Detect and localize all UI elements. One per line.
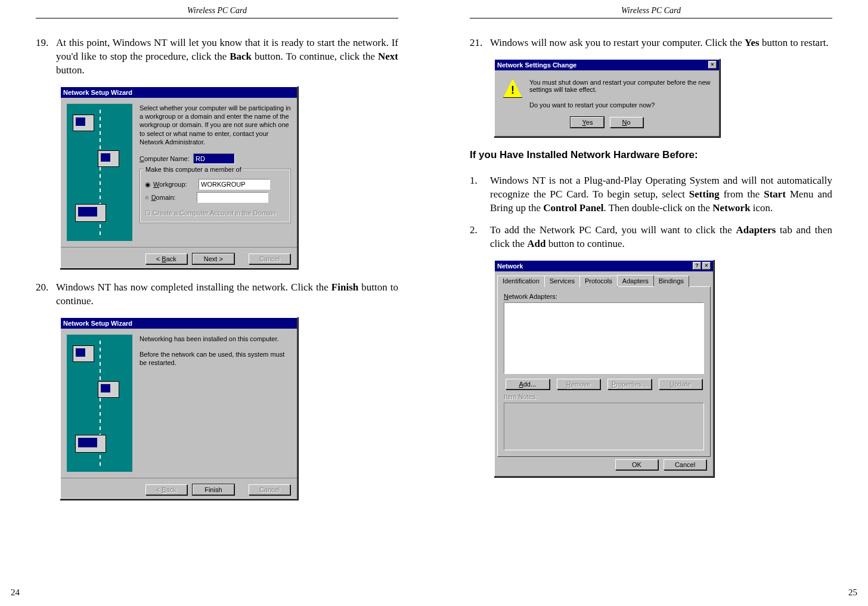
msgbox-line1: You must shut down and restart your comp… xyxy=(529,79,711,93)
step-19: 19. At this point, Windows NT will let y… xyxy=(36,36,398,78)
dialog-network: Network ? × Identification Services Prot… xyxy=(494,259,714,477)
yes-button[interactable]: Yes xyxy=(571,117,604,128)
workgroup-input[interactable]: WORKGROUP xyxy=(199,179,270,190)
warning-icon xyxy=(503,79,522,98)
wiz2-line1: Networking has been installed on this co… xyxy=(140,335,291,343)
workgroup-radio[interactable]: ◉ xyxy=(145,180,151,188)
cancel-button: Cancel xyxy=(249,253,290,264)
network-adapters-list[interactable] xyxy=(504,302,704,374)
computer-name-input[interactable]: RD xyxy=(193,153,235,164)
domain-input[interactable] xyxy=(197,192,268,203)
cancel-button-net[interactable]: Cancel xyxy=(664,459,706,470)
wizard-illustration-2 xyxy=(67,335,132,472)
page-left: Wireless PC Card 19. At this point, Wind… xyxy=(0,0,434,606)
step-20: 20. Windows NT has now completed install… xyxy=(36,281,398,308)
tab-services[interactable]: Services xyxy=(544,276,580,287)
page-right: Wireless PC Card 21. Windows will now as… xyxy=(434,0,868,606)
close-icon[interactable]: × xyxy=(708,61,717,69)
wiz2-line2: Before the network can be used, this sys… xyxy=(140,350,291,367)
tab-bindings[interactable]: Bindings xyxy=(653,276,689,287)
cancel-button-2: Cancel xyxy=(249,484,290,495)
tab-panel-adapters: Network Adapters: Add... Remove Properti… xyxy=(497,286,711,457)
properties-button: Properties... xyxy=(607,379,652,389)
workgroup-label[interactable]: Workgroup: xyxy=(153,180,199,188)
domain-radio[interactable]: ○ xyxy=(145,193,149,202)
page-header-right: Wireless PC Card xyxy=(470,6,832,18)
back-button[interactable]: < Back xyxy=(145,253,187,264)
step-21: 21. Windows will now ask you to restart … xyxy=(470,36,832,50)
dialog-network-setup-wizard-2: Network Setup Wizard Networking has been… xyxy=(60,317,298,500)
item-notes-box xyxy=(504,403,704,450)
step-19-num: 19. xyxy=(36,36,56,78)
create-account-checkbox: ☐ Create a Computer Account in the Domai… xyxy=(145,209,286,217)
add-button[interactable]: Add... xyxy=(506,379,550,389)
remove-button: Remove xyxy=(557,379,601,389)
step-2-num: 2. xyxy=(470,224,490,251)
finish-button[interactable]: Finish xyxy=(193,484,234,495)
domain-label[interactable]: Domain: xyxy=(151,193,197,202)
member-of-label: Make this computer a member of xyxy=(144,165,243,174)
step-2-text: To add the Network PC Card, you will wan… xyxy=(490,224,832,251)
network-title: Network xyxy=(497,262,523,270)
next-button[interactable]: Next > xyxy=(193,253,234,264)
msgbox-line2: Do you want to restart your computer now… xyxy=(529,101,711,109)
step-1: 1. Windows NT is not a Plug-and-Play Ope… xyxy=(470,174,832,215)
page-header-left: Wireless PC Card xyxy=(36,6,398,18)
titlebar-network: Network ? × xyxy=(495,261,713,271)
item-notes-label: Item Notes: xyxy=(504,393,704,400)
tabs: Identification Services Protocols Adapte… xyxy=(495,275,713,286)
dialog-network-settings-change: Network Settings Change × You must shut … xyxy=(494,58,720,137)
titlebar-wizard-2: Network Setup Wizard xyxy=(61,318,297,329)
wizard-illustration-1 xyxy=(67,104,132,241)
titlebar-msgbox: Network Settings Change × xyxy=(495,60,719,70)
step-1-num: 1. xyxy=(470,174,490,215)
help-icon[interactable]: ? xyxy=(693,262,701,270)
tab-identification[interactable]: Identification xyxy=(497,276,545,287)
step-1-text: Windows NT is not a Plug-and-Play Operat… xyxy=(490,174,832,215)
tab-adapters[interactable]: Adapters xyxy=(617,275,654,286)
step-2: 2. To add the Network PC Card, you will … xyxy=(470,224,832,251)
step-20-text: Windows NT has now completed installing … xyxy=(56,281,398,308)
computer-name-label: Computer Name: xyxy=(140,154,193,163)
title-wizard-2: Network Setup Wizard xyxy=(63,320,132,327)
network-adapters-label: Network Adapters: xyxy=(504,293,704,300)
close-icon[interactable]: × xyxy=(702,262,711,270)
page-number-right: 25 xyxy=(848,588,857,598)
title-wizard-1: Network Setup Wizard xyxy=(63,89,132,96)
ok-button[interactable]: OK xyxy=(615,459,658,470)
step-19-text: At this point, Windows NT will let you k… xyxy=(56,36,398,78)
wizard-description: Select whether your computer will be par… xyxy=(140,104,291,146)
dialog-network-setup-wizard-1: Network Setup Wizard Select whether your… xyxy=(60,86,298,269)
titlebar-wizard-1: Network Setup Wizard xyxy=(61,87,297,98)
tab-protocols[interactable]: Protocols xyxy=(579,276,618,287)
msgbox-title: Network Settings Change xyxy=(497,61,576,69)
section-heading: If you Have Installed Network Hardware B… xyxy=(470,149,832,161)
step-20-num: 20. xyxy=(36,281,56,308)
page-number-left: 24 xyxy=(11,588,20,598)
step-21-num: 21. xyxy=(470,36,490,50)
member-of-group: Make this computer a member of ◉ Workgro… xyxy=(140,169,291,222)
back-button-2: < Back xyxy=(145,484,187,495)
step-21-text: Windows will now ask you to restart your… xyxy=(490,36,832,50)
update-button: Update xyxy=(659,379,703,389)
no-button[interactable]: No xyxy=(610,117,643,128)
